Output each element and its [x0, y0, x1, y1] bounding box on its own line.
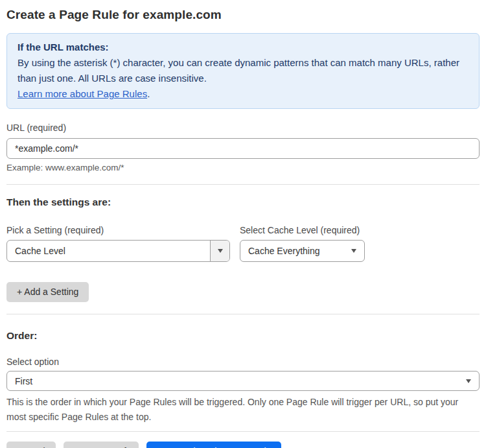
page-title: Create a Page Rule for example.com [6, 8, 480, 22]
settings-row: Pick a Setting (required) Cache Level Se… [6, 225, 480, 262]
setting-picker-label: Pick a Setting (required) [6, 225, 230, 235]
url-matches-info-box: If the URL matches: By using the asteris… [6, 33, 480, 109]
dropdown-arrow [351, 249, 364, 253]
footer-divider [6, 431, 480, 432]
chevron-down-icon [351, 249, 356, 253]
save-draft-button[interactable]: Save as Draft [64, 442, 139, 448]
url-field-helper: Example: www.example.com/* [6, 163, 480, 172]
order-select-value: First [7, 376, 466, 386]
order-helper-text: This is the order in which your Page Rul… [6, 395, 480, 425]
info-box-body: By using the asterisk (*) character, you… [17, 55, 469, 86]
url-input[interactable] [6, 138, 480, 159]
settings-section-heading: Then the settings are: [6, 196, 480, 208]
save-deploy-button[interactable]: Save and Deploy Page Rule [146, 442, 281, 448]
order-section-heading: Order: [6, 330, 480, 342]
dropdown-arrow-button[interactable] [210, 241, 229, 261]
order-select-dropdown[interactable]: First [6, 371, 480, 391]
chevron-down-icon [466, 379, 471, 383]
order-divider [6, 314, 480, 314]
url-field-label: URL (required) [6, 123, 480, 133]
cache-level-picker-group: Select Cache Level (required) Cache Ever… [240, 225, 365, 262]
order-select-label: Select option [6, 357, 480, 367]
setting-picker-group: Pick a Setting (required) Cache Level [6, 225, 230, 262]
cache-level-dropdown[interactable]: Cache Everything [240, 240, 365, 262]
setting-picker-value: Cache Level [7, 246, 210, 256]
link-period: . [147, 88, 150, 99]
chevron-down-icon [218, 249, 223, 253]
info-box-heading: If the URL matches: [17, 40, 469, 55]
cache-level-value: Cache Everything [240, 246, 351, 256]
dropdown-arrow [466, 379, 479, 383]
footer-buttons: Cancel Save as Draft Save and Deploy Pag… [6, 442, 480, 448]
setting-picker-dropdown[interactable]: Cache Level [6, 240, 230, 262]
section-divider [6, 184, 480, 185]
cancel-button[interactable]: Cancel [6, 442, 56, 448]
add-setting-button[interactable]: + Add a Setting [6, 282, 89, 302]
cache-level-picker-label: Select Cache Level (required) [240, 225, 365, 235]
learn-more-link[interactable]: Learn more about Page Rules [17, 88, 147, 99]
info-box-link-line: Learn more about Page Rules. [17, 86, 469, 102]
